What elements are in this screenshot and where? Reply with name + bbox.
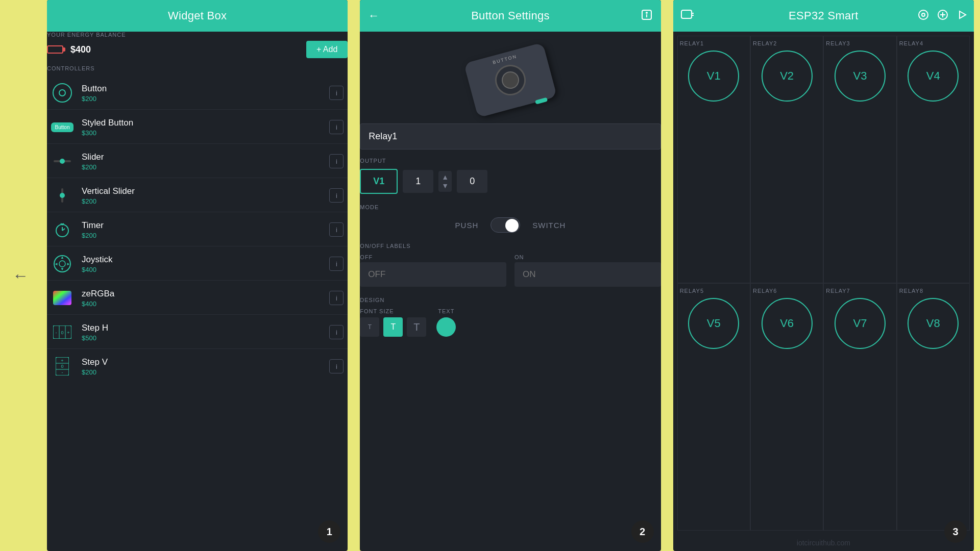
mode-toggle[interactable] <box>491 217 520 233</box>
font-size-large[interactable]: T <box>407 317 426 337</box>
widget-info-styled-button: Styled Button $300 <box>82 118 329 137</box>
relay-cell-8: RELAY8 V8 <box>897 283 970 531</box>
nav-back-panel: ← <box>0 0 41 551</box>
relay1-label: RELAY1 <box>680 40 704 46</box>
relay8-label: RELAY8 <box>899 288 923 294</box>
info-icon-svg <box>641 9 653 21</box>
panel2: ← Button Settings BUTTON <box>360 0 660 551</box>
relay7-label: RELAY7 <box>826 288 850 294</box>
on-input[interactable] <box>514 262 661 287</box>
widget-name-button: Button <box>82 84 329 94</box>
font-size-medium[interactable]: T <box>383 317 403 337</box>
relay-name-input[interactable] <box>360 123 660 149</box>
settings-icon-svg <box>918 9 929 20</box>
energy-label: YOUR ENERGY BALANCE <box>47 32 348 38</box>
relay3-circle[interactable]: V3 <box>835 51 886 102</box>
svg-text:◄: ◄ <box>54 262 58 266</box>
widget-name-joystick: Joystick <box>82 255 329 265</box>
output-v1-button[interactable]: V1 <box>360 169 398 194</box>
on-group: ON <box>514 254 661 287</box>
svg-text:+: + <box>67 330 69 335</box>
output-arrow-up[interactable]: ▲ <box>442 173 449 182</box>
panel3-settings-icon[interactable] <box>918 9 929 23</box>
panel2-info-icon[interactable] <box>641 9 653 23</box>
widget-info-btn-vslider[interactable]: i <box>329 188 344 203</box>
relay2-circle[interactable]: V2 <box>762 51 813 102</box>
widget-name-stepv: Step V <box>82 357 329 367</box>
output-arrows[interactable]: ▲ ▼ <box>438 171 452 192</box>
widget-item-joystick[interactable]: ▲ ▼ ◄ ► Joystick $400 i <box>47 247 348 281</box>
text-color-picker[interactable] <box>436 317 456 337</box>
widget-item-vslider[interactable]: Vertical Slider $200 i <box>47 179 348 212</box>
output-arrow-down[interactable]: ▼ <box>442 182 449 190</box>
widget-info-btn-button[interactable]: i <box>329 86 344 100</box>
widget-info-btn-joystick[interactable]: i <box>329 257 344 271</box>
widget-info-steph: Step H $500 <box>82 323 329 342</box>
panel2-badge: 2 <box>631 520 654 543</box>
relay-cell-1: RELAY1 V1 <box>677 36 750 283</box>
add-button[interactable]: + Add <box>306 41 348 58</box>
svg-rect-28 <box>681 10 692 18</box>
widget-info-btn-zergba[interactable]: i <box>329 291 344 305</box>
font-size-label: FONT SIZE <box>360 308 426 314</box>
widget-price-joystick: $400 <box>82 266 329 273</box>
relay3-label: RELAY3 <box>826 40 850 46</box>
svg-point-32 <box>922 13 925 16</box>
relay6-circle[interactable]: V6 <box>762 298 813 349</box>
relay1-circle[interactable]: V1 <box>688 51 739 102</box>
panel3-play-icon[interactable] <box>957 9 968 23</box>
nav-back-arrow[interactable]: ← <box>12 266 29 285</box>
widget-info-slider: Slider $200 <box>82 152 329 171</box>
relay4-circle[interactable]: V4 <box>908 51 959 102</box>
widget-item-timer[interactable]: Timer $200 i <box>47 213 348 246</box>
svg-text:▼: ▼ <box>60 267 64 271</box>
off-input[interactable] <box>360 262 506 287</box>
panel3-add-icon[interactable] <box>937 9 948 23</box>
button-inner-icon <box>59 89 66 96</box>
widget-info-btn-slider[interactable]: i <box>329 154 344 168</box>
output-row: V1 1 ▲ ▼ 0 <box>360 169 660 194</box>
relay7-circle[interactable]: V7 <box>835 298 886 349</box>
relay8-circle[interactable]: V8 <box>908 298 959 349</box>
widget-info-stepv: Step V $200 <box>82 357 329 376</box>
widget-item-steph[interactable]: - 0 + Step H $500 i <box>47 316 348 349</box>
energy-value: $400 <box>70 44 91 55</box>
widget-item-stepv[interactable]: + 0 - Step V $200 i <box>47 350 348 383</box>
widget-icon-steph: - 0 + <box>51 321 74 343</box>
off-group: OFF <box>360 254 506 287</box>
widget-item-zergba[interactable]: zeRGBa $400 i <box>47 282 348 315</box>
svg-text:0: 0 <box>61 364 63 369</box>
widget-icon-zergba <box>51 287 74 309</box>
widget-item-styled-button[interactable]: Button Styled Button $300 i <box>47 111 348 144</box>
relay1-value: V1 <box>707 69 721 83</box>
widget-info-btn-timer[interactable]: i <box>329 222 344 237</box>
device-button-circle <box>492 61 529 98</box>
widget-name-styled-button: Styled Button <box>82 118 329 128</box>
widget-icon-stepv: + 0 - <box>51 355 74 378</box>
output-label: OUTPUT <box>360 158 660 164</box>
energy-left: $400 <box>47 44 91 55</box>
widget-price-button: $200 <box>82 95 329 103</box>
widget-info-btn-styled[interactable]: i <box>329 120 344 134</box>
widget-name-timer: Timer <box>82 220 329 231</box>
widget-icon-vslider <box>51 184 74 207</box>
panel3-device-icon[interactable] <box>680 8 695 23</box>
widget-info-btn-stepv[interactable]: i <box>329 359 344 373</box>
relay-cell-7: RELAY7 V7 <box>823 283 896 531</box>
widget-price-styled-button: $300 <box>82 129 329 137</box>
font-size-small[interactable]: T <box>360 317 379 337</box>
widget-icon-slider <box>51 150 74 172</box>
relay6-value: V6 <box>780 317 794 330</box>
widget-item-slider[interactable]: Slider $200 i <box>47 145 348 178</box>
mode-row: PUSH SWITCH <box>360 217 660 233</box>
relay5-circle[interactable]: V5 <box>688 298 739 349</box>
panel2-body: BUTTON OUTPUT V1 1 ▲ ▼ <box>360 32 660 337</box>
panel2-header: ← Button Settings <box>360 0 660 32</box>
output-num2: 0 <box>457 170 487 193</box>
svg-marker-36 <box>960 11 966 18</box>
energy-section: YOUR ENERGY BALANCE $400 + Add <box>47 32 348 58</box>
widget-item-button[interactable]: Button $200 i <box>47 77 348 110</box>
relay8-value: V8 <box>926 317 940 330</box>
panel2-back-icon[interactable]: ← <box>368 9 379 22</box>
widget-info-btn-steph[interactable]: i <box>329 325 344 339</box>
